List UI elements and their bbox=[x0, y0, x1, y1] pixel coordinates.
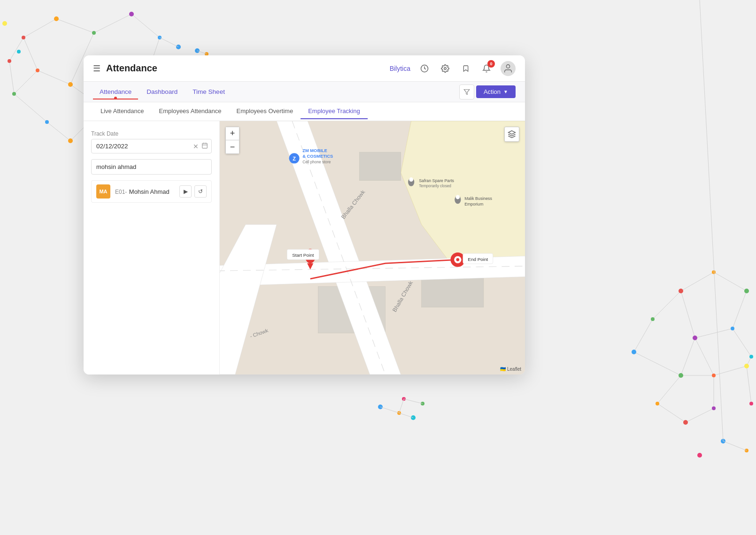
svg-line-76 bbox=[700, 0, 723, 441]
svg-line-47 bbox=[747, 357, 751, 366]
svg-line-55 bbox=[634, 319, 653, 352]
track-date-label: Track Date bbox=[91, 130, 212, 137]
refresh-button[interactable]: ↺ bbox=[194, 185, 207, 198]
svg-point-81 bbox=[421, 402, 424, 405]
svg-line-83 bbox=[399, 413, 413, 418]
date-clear-icon[interactable]: ✕ bbox=[193, 143, 199, 150]
map-layers-button[interactable] bbox=[504, 127, 519, 142]
svg-text:Start Point: Start Point bbox=[292, 252, 314, 258]
svg-line-56 bbox=[653, 291, 681, 319]
svg-line-39 bbox=[714, 272, 747, 291]
svg-point-61 bbox=[693, 336, 697, 340]
app-title: Attendance bbox=[106, 63, 390, 74]
svg-line-48 bbox=[681, 338, 695, 375]
svg-point-69 bbox=[712, 406, 716, 410]
action-button[interactable]: Action ▼ bbox=[476, 85, 516, 98]
svg-point-18 bbox=[92, 31, 96, 35]
svg-point-57 bbox=[679, 289, 683, 293]
svg-point-59 bbox=[744, 289, 749, 293]
svg-point-63 bbox=[744, 364, 749, 368]
employee-search-section bbox=[91, 159, 212, 175]
svg-point-21 bbox=[36, 69, 39, 72]
employee-search-input[interactable] bbox=[91, 159, 212, 175]
svg-line-54 bbox=[634, 352, 681, 375]
svg-point-70 bbox=[632, 350, 636, 354]
svg-point-109 bbox=[456, 258, 460, 261]
svg-line-1 bbox=[56, 19, 94, 33]
svg-line-38 bbox=[681, 272, 714, 291]
hamburger-icon[interactable]: ☰ bbox=[93, 63, 100, 74]
bilytica-link[interactable]: Bilytica bbox=[390, 65, 410, 72]
svg-point-72 bbox=[721, 439, 725, 443]
filter-button[interactable] bbox=[459, 84, 474, 99]
svg-line-33 bbox=[160, 38, 178, 47]
svg-point-88 bbox=[506, 64, 509, 68]
svg-point-74 bbox=[697, 453, 702, 458]
sub-tab-employee-tracking[interactable]: Employee Tracking bbox=[301, 104, 368, 119]
employee-id: E01- bbox=[115, 189, 127, 195]
svg-point-78 bbox=[397, 411, 401, 415]
svg-point-16 bbox=[22, 36, 25, 39]
svg-point-71 bbox=[651, 317, 655, 321]
date-calendar-icon[interactable] bbox=[201, 142, 208, 150]
app-window: ☰ Attendance Bilytica bbox=[84, 55, 525, 374]
gear-icon[interactable] bbox=[439, 62, 452, 75]
svg-point-26 bbox=[45, 120, 49, 124]
svg-text:Cell phone store: Cell phone store bbox=[302, 160, 331, 164]
svg-line-2 bbox=[94, 14, 131, 33]
svg-text:Malik Business: Malik Business bbox=[464, 196, 492, 201]
nav-tab-timesheet[interactable]: Time Sheet bbox=[186, 84, 231, 99]
svg-text:Emporium: Emporium bbox=[464, 202, 483, 206]
svg-point-25 bbox=[12, 92, 16, 96]
action-chevron: ▼ bbox=[503, 89, 508, 94]
svg-text:ZM MOBILE: ZM MOBILE bbox=[302, 148, 327, 153]
svg-line-85 bbox=[399, 399, 404, 413]
sub-tab-employees-attendance[interactable]: Employees Attendance bbox=[152, 104, 229, 119]
svg-line-51 bbox=[657, 404, 686, 422]
zoom-out-button[interactable]: − bbox=[226, 140, 239, 153]
svg-point-124 bbox=[455, 195, 460, 199]
date-input-wrapper: ✕ bbox=[91, 139, 212, 153]
svg-line-4 bbox=[23, 38, 38, 70]
employee-list-item: MA E01- Mohsin Ahmad ▶ ↺ bbox=[91, 180, 212, 203]
svg-point-68 bbox=[683, 420, 688, 425]
svg-text:Z: Z bbox=[293, 156, 296, 161]
employee-actions: ▶ ↺ bbox=[179, 185, 207, 198]
svg-point-17 bbox=[54, 16, 59, 21]
svg-point-66 bbox=[679, 373, 683, 378]
svg-line-82 bbox=[380, 407, 399, 413]
bookmark-icon[interactable] bbox=[459, 62, 472, 75]
track-date-section: Track Date ✕ bbox=[91, 130, 212, 153]
svg-point-65 bbox=[749, 355, 753, 359]
svg-point-80 bbox=[411, 415, 416, 420]
play-button[interactable]: ▶ bbox=[179, 185, 192, 198]
user-avatar[interactable] bbox=[501, 61, 516, 76]
sub-tab-live-attendance[interactable]: Live Attendance bbox=[93, 104, 152, 119]
svg-line-42 bbox=[681, 291, 695, 338]
nav-tab-dashboard[interactable]: Dashboard bbox=[140, 84, 184, 99]
svg-line-5 bbox=[38, 70, 70, 84]
svg-point-120 bbox=[409, 177, 413, 182]
svg-point-31 bbox=[176, 45, 181, 49]
main-content: Track Date ✕ bbox=[84, 121, 525, 374]
svg-line-75 bbox=[723, 441, 747, 451]
notification-badge: 0 bbox=[487, 60, 495, 68]
svg-point-79 bbox=[402, 397, 406, 401]
clock-icon[interactable] bbox=[418, 62, 431, 75]
employee-info: E01- Mohsin Ahmad bbox=[115, 187, 170, 196]
sub-tab-employees-overtime[interactable]: Employees Overtime bbox=[229, 104, 301, 119]
svg-text:End Point: End Point bbox=[468, 257, 488, 262]
svg-point-58 bbox=[712, 270, 716, 274]
svg-line-52 bbox=[686, 408, 714, 422]
svg-line-10 bbox=[14, 70, 38, 94]
svg-line-12 bbox=[47, 122, 70, 141]
svg-point-87 bbox=[444, 67, 447, 69]
map-zoom-controls: + − bbox=[225, 127, 239, 154]
svg-text:& COSMETICS: & COSMETICS bbox=[302, 154, 333, 159]
sub-tabs: Live Attendance Employees Attendance Emp… bbox=[84, 102, 525, 121]
nav-tab-attendance[interactable]: Attendance bbox=[93, 84, 138, 99]
svg-rect-90 bbox=[202, 143, 208, 148]
notification-bell[interactable]: 0 bbox=[480, 62, 493, 75]
app-nav: Attendance Dashboard Time Sheet Action ▼ bbox=[84, 82, 525, 102]
zoom-in-button[interactable]: + bbox=[226, 127, 239, 140]
